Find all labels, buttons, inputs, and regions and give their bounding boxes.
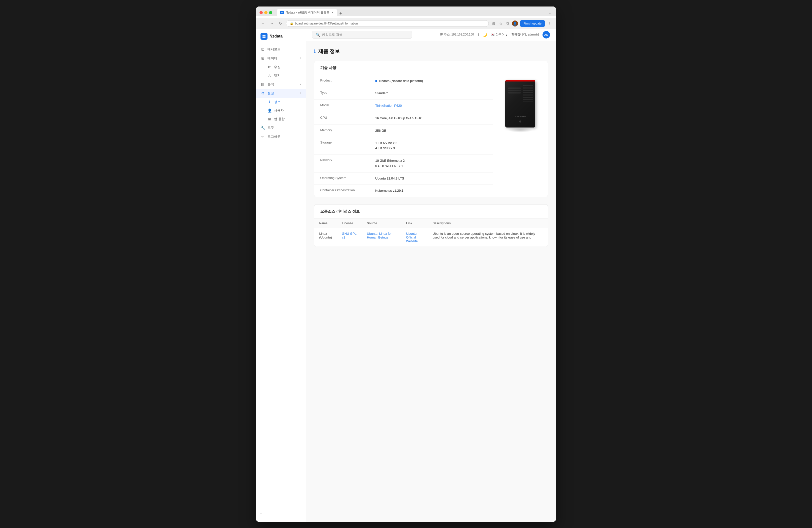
opensource-table: Name License Source Link Descriptions Li… xyxy=(314,219,548,247)
specs-label: Memory xyxy=(314,125,369,137)
new-tab-button[interactable]: + xyxy=(338,11,343,16)
vent-line xyxy=(523,90,533,91)
sidebar-item-tools[interactable]: 🔧 도구 xyxy=(256,123,306,132)
nav-actions: ⊟ ☆ ⧉ 👤 Finish update ⋮ xyxy=(491,20,552,27)
specs-value: 10 GbE Ethernet x 26 GHz Wi-Fi 6E x 1 xyxy=(369,155,493,172)
table-row: Storage 1 TB NVMe x 24 TB SSD x 3 xyxy=(314,137,493,155)
table-row: Network 10 GbE Ethernet x 26 GHz Wi-Fi 6… xyxy=(314,155,493,173)
chevron-up-icon-settings: ∧ xyxy=(300,92,301,94)
language-selector[interactable]: 🇰🇷 한국어 ∨ xyxy=(491,32,508,37)
finish-update-button[interactable]: Finish update xyxy=(520,20,545,27)
maximize-window-button[interactable] xyxy=(269,11,272,14)
sidebar-item-collect[interactable]: ⟳ 수집 xyxy=(256,63,306,71)
official-link[interactable]: Ubuntu OfficialWebsite xyxy=(406,232,418,243)
specs-label: Operating System xyxy=(314,173,369,185)
browser-tab-active[interactable]: N Nzdata - 산업용 빅데이터 플랫폼 ✕ xyxy=(277,9,337,16)
page-title-icon: ℹ xyxy=(314,48,316,54)
sidebar: Nzdata ⊡ 대시보드 ⊞ 데이터 ∧ ⟳ 수집 xyxy=(256,29,306,522)
sidebar-item-label: 분석 xyxy=(267,82,297,87)
lang-label: 한국어 xyxy=(495,32,505,37)
forward-button[interactable]: → xyxy=(269,20,275,27)
translate-button[interactable]: ⊟ xyxy=(491,20,496,27)
col-license: License xyxy=(337,219,362,228)
model-link[interactable]: ThinkStation P620 xyxy=(375,104,402,107)
os-link-cell: Ubuntu OfficialWebsite xyxy=(401,228,427,247)
specs-layout: Product Nzdata (Nazare data platform) Ty… xyxy=(314,75,548,197)
pc-top-stripe xyxy=(505,80,535,82)
sidebar-item-label: 로그아웃 xyxy=(267,134,301,139)
vent-line xyxy=(523,96,533,96)
sidebar-item-dashboard[interactable]: ⊡ 대시보드 xyxy=(256,45,306,54)
profile-avatar-nav[interactable]: 👤 xyxy=(512,20,518,27)
specs-value: 1 TB NVMe x 24 TB SSD x 3 xyxy=(369,137,493,155)
col-descriptions: Descriptions xyxy=(427,219,548,228)
logo-icon xyxy=(261,33,267,40)
product-dot-icon xyxy=(375,80,377,82)
vent-line xyxy=(523,92,533,93)
vent-line xyxy=(523,85,533,86)
sidebar-sub-label: 앱 통합 xyxy=(274,117,285,121)
search-input[interactable] xyxy=(322,33,408,36)
minimize-window-button[interactable] xyxy=(264,11,267,14)
sidebar-collapse-button[interactable]: < xyxy=(256,509,306,518)
browser-more-button[interactable]: ⋮ xyxy=(547,20,552,27)
specs-value: Nzdata (Nazare data platform) xyxy=(369,75,493,87)
specs-label: Product xyxy=(314,75,369,87)
specs-table: Product Nzdata (Nazare data platform) Ty… xyxy=(314,75,493,197)
url-bar[interactable]: 🔒 board.aot.nazare.dev:8443/settings/inf… xyxy=(286,20,489,27)
flag-icon: 🇰🇷 xyxy=(491,33,494,36)
os-license-cell: GNU GPL v2 xyxy=(337,228,362,247)
sidebar-item-analysis[interactable]: ▤ 분석 ∨ xyxy=(256,80,306,89)
sidebar-item-user[interactable]: 👤 사용자 xyxy=(256,106,306,115)
browser-menu-button[interactable]: ⌄ xyxy=(548,10,552,15)
os-name-cell: Linux(Ubuntu) xyxy=(314,228,337,247)
tab-close-button[interactable]: ✕ xyxy=(332,11,334,14)
reload-button[interactable]: ↻ xyxy=(277,20,284,27)
close-window-button[interactable] xyxy=(260,11,263,14)
bookmark-button[interactable]: ☆ xyxy=(498,20,504,27)
sidebar-nav: ⊡ 대시보드 ⊞ 데이터 ∧ ⟳ 수집 △ 엣지 xyxy=(256,45,306,509)
specs-value: Standard xyxy=(369,87,493,100)
sidebar-item-data[interactable]: ⊞ 데이터 ∧ xyxy=(256,54,306,63)
source-link[interactable]: Ubuntu: Linux for Human Beings xyxy=(367,232,392,239)
specs-value: Ubuntu 22.04.3 LTS xyxy=(369,173,493,185)
chevron-up-icon: ∧ xyxy=(300,57,301,59)
url-text: board.aot.nazare.dev:8443/settings/infor… xyxy=(295,22,358,25)
dashboard-icon: ⊡ xyxy=(261,47,265,52)
info-button-topbar[interactable]: ℹ xyxy=(478,32,479,37)
table-row: Linux(Ubuntu) GNU GPL v2 Ubuntu: Linux f… xyxy=(314,228,548,247)
top-bar-right: IP 주소: 192.168.200.150 ℹ 🌙 🇰🇷 한국어 ∨ 환영합니… xyxy=(440,31,550,39)
edge-icon: △ xyxy=(267,73,272,77)
theme-button[interactable]: 🌙 xyxy=(482,32,487,37)
info-icon: ℹ xyxy=(267,100,272,104)
sidebar-item-logout[interactable]: ↩ 로그아웃 xyxy=(256,132,306,141)
sidebar-item-label: 도구 xyxy=(267,126,301,130)
sidebar-sub-label: 엣지 xyxy=(274,73,280,78)
device-pc-image: ThinkStation xyxy=(500,80,540,130)
search-box[interactable]: 🔍 xyxy=(312,31,412,39)
license-link[interactable]: GNU GPL v2 xyxy=(342,232,357,239)
tab-title-text: Nzdata - 산업용 빅데이터 플랫폼 xyxy=(286,11,330,15)
sidebar-item-edge[interactable]: △ 엣지 xyxy=(256,71,306,80)
data-icon: ⊞ xyxy=(261,56,265,60)
pc-power-button xyxy=(519,120,521,122)
vent-line xyxy=(523,88,533,89)
sidebar-item-info[interactable]: ℹ 정보 xyxy=(256,98,306,106)
table-row: CPU 16 Core, 4.0 GHz up to 4.5 GHz xyxy=(314,112,493,125)
vent-line xyxy=(523,101,533,102)
opensource-header-text: 오픈소스 라이선스 정보 xyxy=(320,209,360,213)
settings-icon: ⚙ xyxy=(261,91,265,96)
user-avatar[interactable]: AD xyxy=(542,31,550,39)
col-link: Link xyxy=(401,219,427,228)
analysis-icon: ▤ xyxy=(261,82,265,87)
back-button[interactable]: ← xyxy=(260,20,266,27)
browser-chrome: N Nzdata - 산업용 빅데이터 플랫폼 ✕ + ⌄ xyxy=(256,6,556,16)
welcome-text: 환영합니다, admin님 xyxy=(511,32,539,37)
extensions-button[interactable]: ⧉ xyxy=(506,20,510,27)
sidebar-item-app-integration[interactable]: ⊞ 앱 통합 xyxy=(256,115,306,123)
col-source: Source xyxy=(362,219,401,228)
pc-tower: ThinkStation xyxy=(505,80,535,128)
sidebar-item-settings[interactable]: ⚙ 설정 ∧ xyxy=(256,89,306,98)
specs-label: Model xyxy=(314,100,369,112)
pc-vent xyxy=(523,85,533,115)
